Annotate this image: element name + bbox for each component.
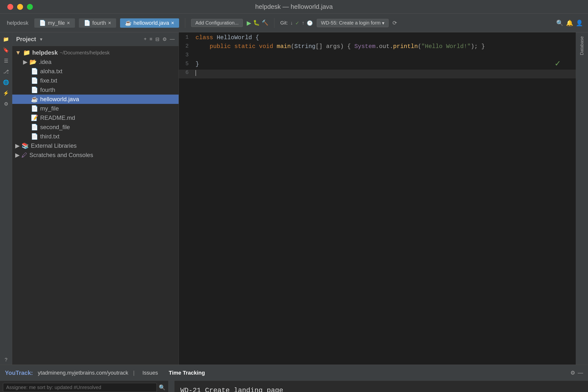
code-line-6: 6 bbox=[179, 70, 576, 78]
profile-icon[interactable]: 👤 bbox=[576, 20, 583, 26]
git-check-icon[interactable]: ✓ bbox=[295, 20, 300, 26]
tab-fourth[interactable]: 📄 fourth × bbox=[79, 18, 116, 28]
tree-aloha[interactable]: 📄 aloha.txt bbox=[12, 67, 178, 76]
idea-expand-icon: ▶ bbox=[23, 58, 28, 66]
tree-secondfile[interactable]: 📄 second_file bbox=[12, 122, 178, 132]
collapse-handle[interactable]: ‹ › bbox=[168, 381, 174, 392]
title-bar: helpdesk — helloworld.java bbox=[0, 0, 588, 14]
time-tracking-tab[interactable]: Time Tracking bbox=[166, 369, 208, 377]
project-title-arrow[interactable]: ▾ bbox=[40, 36, 42, 42]
tree-helloworld-label: helloworld.java bbox=[40, 96, 79, 103]
ext-libs-icon: 📚 bbox=[22, 142, 29, 149]
tab-my-file-close[interactable]: × bbox=[67, 20, 70, 26]
folder-open-icon: ▼ bbox=[15, 49, 21, 56]
notification-icon[interactable]: 🔔 bbox=[566, 20, 573, 26]
sidebar-icons: + ≡ ⊟ ⚙ — bbox=[144, 36, 175, 42]
line-content-2: public static void main(String[] args) {… bbox=[194, 43, 576, 50]
project-menu[interactable]: helpdesk bbox=[5, 19, 30, 27]
file-icon-fourth: 📄 bbox=[31, 86, 38, 93]
git-label: Git: bbox=[280, 20, 288, 26]
close-button[interactable] bbox=[7, 4, 13, 10]
txt-file-icon2: 📄 bbox=[31, 77, 38, 84]
help-vtab[interactable]: ? bbox=[1, 355, 11, 364]
tab-fourth-close[interactable]: × bbox=[108, 20, 111, 26]
tree-scratches[interactable]: ▶ 🖊 Scratches and Consoles bbox=[12, 150, 178, 160]
collapse-all-icon[interactable]: ≡ bbox=[150, 36, 152, 42]
youtrack-toolbar: YouTrack: ytadmineng.myjetbrains.com/you… bbox=[0, 365, 588, 381]
tree-ext-libs-label: External Libraries bbox=[31, 142, 77, 149]
build-button[interactable]: 🔨 bbox=[262, 20, 268, 26]
run-button[interactable]: ▶ bbox=[247, 20, 251, 26]
left-vtabs: 📁 🔖 ☰ ⎇ 🌐 ⚡ ⚙ ? bbox=[0, 32, 12, 364]
tree-fourth[interactable]: 📄 fourth bbox=[12, 85, 178, 94]
maximize-button[interactable] bbox=[27, 4, 33, 10]
tree-readme[interactable]: 📝 README.md bbox=[12, 113, 178, 122]
line-num-2: 2 bbox=[179, 43, 194, 49]
youtrack-toolbar-icons: ⚙ — bbox=[570, 370, 583, 376]
search-icon[interactable]: 🔍 bbox=[556, 20, 564, 26]
database-icon[interactable]: Database bbox=[578, 34, 586, 57]
txt-file-icon3: 📄 bbox=[31, 133, 38, 140]
git-push-icon[interactable]: ↑ bbox=[302, 20, 304, 26]
project-vtab[interactable]: 📁 bbox=[1, 34, 11, 44]
tree-fixe[interactable]: 📄 fixe.txt bbox=[12, 76, 178, 85]
tree-root-path: ~/Documents/helpdesk bbox=[60, 50, 110, 56]
tab-my-file[interactable]: 📄 my_file × bbox=[34, 18, 75, 28]
java-file-icon: ☕ bbox=[31, 96, 38, 103]
code-line-3: 3 bbox=[179, 52, 576, 61]
structure-vtab[interactable]: ☰ bbox=[1, 56, 11, 66]
tab-my-file-icon: 📄 bbox=[39, 20, 46, 26]
tree-helloworld[interactable]: ☕ helloworld.java bbox=[12, 94, 178, 104]
tree-root[interactable]: ▼ 📁 helpdesk ~/Documents/helpdesk bbox=[12, 48, 178, 57]
tab-my-file-label: my_file bbox=[48, 20, 65, 26]
tree-idea-label: .idea bbox=[39, 58, 52, 66]
minimize-panel-icon[interactable]: — bbox=[578, 370, 583, 376]
tab-fourth-icon: 📄 bbox=[84, 20, 90, 26]
sep1 bbox=[185, 18, 185, 28]
tree-root-label: helpdesk bbox=[32, 49, 58, 56]
commits-vtab[interactable]: ⎇ bbox=[1, 67, 11, 76]
search-button[interactable]: 🔍 bbox=[159, 384, 166, 391]
git-history-icon[interactable]: 🕐 bbox=[307, 20, 313, 26]
line-num-3: 3 bbox=[179, 52, 194, 58]
remote-vtab[interactable]: 🌐 bbox=[1, 78, 11, 87]
git-bar: Git: ↓ ✓ ↑ 🕐 bbox=[280, 20, 313, 26]
traffic-lights bbox=[7, 4, 33, 10]
tab-helloworld[interactable]: ☕ helloworld.java × bbox=[120, 18, 179, 28]
git-update-icon[interactable]: ↓ bbox=[290, 20, 293, 26]
settings-gear-icon[interactable]: ⚙ bbox=[570, 370, 575, 376]
git-branch-dropdown[interactable]: WD-55: Create a login form ▾ bbox=[317, 19, 388, 27]
debug-button[interactable]: 🐛 bbox=[253, 20, 260, 26]
git-refresh-icon[interactable]: ⟳ bbox=[392, 20, 397, 26]
search-input[interactable] bbox=[3, 383, 157, 392]
issue-detail: WD-21 Create landing page Parent for: WD… bbox=[174, 381, 588, 392]
project-header: Project ▾ + ≡ ⊟ ⚙ — bbox=[12, 32, 178, 46]
new-file-icon[interactable]: + bbox=[144, 36, 147, 42]
settings-icon[interactable]: ⚙ bbox=[162, 36, 167, 42]
tree-third[interactable]: 📄 third.txt bbox=[12, 132, 178, 141]
youtrack-separator: | bbox=[133, 370, 135, 376]
code-area[interactable]: 1 class HelloWorld { 2 public static voi… bbox=[179, 32, 576, 364]
bookmark-vtab[interactable]: 🔖 bbox=[1, 45, 11, 55]
run-vtab[interactable]: ⚡ bbox=[1, 88, 11, 98]
scratches-expand: ▶ bbox=[15, 152, 20, 158]
idea-folder-icon: 📂 bbox=[30, 58, 37, 66]
tree-readme-label: README.md bbox=[40, 114, 75, 121]
add-config-button[interactable]: Add Configuration... bbox=[191, 19, 243, 27]
code-line-1: 1 class HelloWorld { bbox=[179, 34, 576, 43]
settings-vtab[interactable]: ⚙ bbox=[1, 99, 11, 109]
line-content-1: class HelloWorld { bbox=[194, 34, 576, 41]
minimize-button[interactable] bbox=[17, 4, 23, 10]
run-icons: ▶ 🐛 🔨 bbox=[247, 20, 268, 26]
tree-idea[interactable]: ▶ 📂 .idea bbox=[12, 57, 178, 67]
filter-icon[interactable]: ⊟ bbox=[155, 36, 160, 42]
tree-scratches-label: Scratches and Consoles bbox=[30, 152, 93, 158]
youtrack-content: 🔍 ▶ ★ WD-55 Create a login form 29 Jun 2… bbox=[0, 381, 588, 392]
tree-fourth-label: fourth bbox=[40, 86, 55, 93]
txt-file-icon: 📄 bbox=[31, 68, 38, 75]
tree-ext-libs[interactable]: ▶ 📚 External Libraries bbox=[12, 141, 178, 150]
close-panel-icon[interactable]: — bbox=[170, 36, 175, 42]
issues-tab[interactable]: Issues bbox=[140, 369, 161, 377]
tree-myfile[interactable]: 📄 my_file bbox=[12, 104, 178, 113]
tab-helloworld-close[interactable]: × bbox=[171, 20, 174, 26]
